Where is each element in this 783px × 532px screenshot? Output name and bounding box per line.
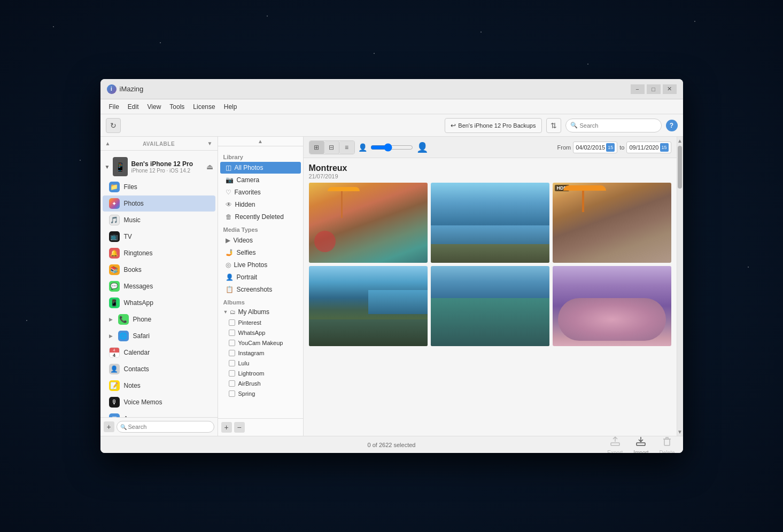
photo-nav-all-photos[interactable]: ◫ All Photos: [220, 162, 301, 174]
photo-nav-portrait[interactable]: 👤 Portrait: [220, 271, 301, 283]
photo-1[interactable]: [309, 183, 428, 263]
date-to-input[interactable]: 09/11/2020 15: [626, 142, 671, 153]
bottom-actions: Export Import Delete: [607, 436, 675, 453]
sidebar-search[interactable]: 🔍: [117, 421, 214, 433]
lightroom-checkbox[interactable]: [229, 370, 235, 377]
sidebar-scroll-down[interactable]: ▼: [207, 140, 213, 147]
photo-nav-videos[interactable]: ▶ Videos: [220, 234, 301, 246]
export-button[interactable]: Export: [607, 434, 623, 453]
photo-5[interactable]: [431, 266, 549, 346]
spring-checkbox[interactable]: [229, 390, 235, 397]
toolbar-search[interactable]: 🔍: [565, 119, 662, 132]
photo-3[interactable]: HDR: [553, 183, 671, 263]
sidebar-item-safari[interactable]: ▶ 🌐 Safari: [103, 328, 215, 344]
grid-view-button[interactable]: ⊞: [309, 141, 324, 154]
person-large-icon: 👤: [416, 142, 428, 153]
menu-view[interactable]: View: [143, 102, 166, 112]
date-from-input[interactable]: 04/02/2015 15: [573, 142, 617, 153]
sidebar-item-calendar[interactable]: 4 4 Calendar: [103, 345, 215, 361]
add-device-button[interactable]: +: [104, 421, 114, 432]
events-view-button[interactable]: ⊟: [324, 141, 339, 154]
photo-nav-live-photos[interactable]: ◎ Live Photos: [220, 259, 301, 271]
instagram-checkbox[interactable]: [229, 350, 235, 356]
import-button[interactable]: Import: [633, 434, 648, 453]
album-pinterest[interactable]: Pinterest: [220, 318, 301, 327]
scroll-thumb[interactable]: [678, 146, 682, 189]
search-icon: 🔍: [570, 122, 578, 129]
sidebar-header: ▲ AVAILABLE ▼: [100, 137, 218, 151]
zoom-range[interactable]: [370, 143, 413, 152]
photo-scrollbar[interactable]: ▲ ▼: [677, 137, 683, 436]
menu-license[interactable]: License: [189, 102, 219, 112]
sidebar-item-ringtones[interactable]: 🔔 Ringtones: [103, 245, 215, 261]
refresh-button[interactable]: ↻: [106, 118, 121, 133]
sidebar-item-books[interactable]: 📚 Books: [103, 262, 215, 278]
sidebar-item-voice-memos[interactable]: 🎙 Voice Memos: [103, 394, 215, 410]
minimize-button[interactable]: −: [631, 84, 645, 94]
lulu-checkbox[interactable]: [229, 360, 235, 366]
sidebar-item-notes[interactable]: 📝 Notes: [103, 378, 215, 394]
view-btn-group: ⊞ ⊟ ≡: [309, 140, 355, 154]
pinterest-checkbox[interactable]: [229, 319, 235, 326]
scroll-up-arrow[interactable]: ▲: [677, 138, 683, 144]
whatsapp-album-checkbox[interactable]: [229, 330, 235, 336]
sidebar-item-whatsapp[interactable]: 📱 WhatsApp: [103, 295, 215, 311]
album-spring[interactable]: Spring: [220, 389, 301, 398]
photo-nav-favorites[interactable]: ♡ Favorites: [220, 186, 301, 198]
photo-6[interactable]: [553, 266, 671, 346]
photo-2[interactable]: [431, 183, 549, 263]
maximize-button[interactable]: □: [647, 84, 661, 94]
sidebar-item-phone[interactable]: ▶ 📞 Phone: [103, 311, 215, 327]
photo-grid: Montreux 21/07/2019: [304, 158, 677, 436]
album-youcam[interactable]: YouCam Makeup: [220, 338, 301, 348]
help-button[interactable]: ?: [666, 120, 678, 131]
my-albums-item[interactable]: ▼ 🗂 My Albums: [218, 307, 303, 317]
sidebar-search-input[interactable]: [128, 424, 211, 430]
album-airbrush[interactable]: AirBrush: [220, 379, 301, 388]
menu-tools[interactable]: Tools: [165, 102, 189, 112]
spring-label: Spring: [238, 390, 255, 397]
add-album-button[interactable]: +: [221, 422, 232, 433]
eject-button[interactable]: ⏏: [206, 162, 213, 171]
youcam-checkbox[interactable]: [229, 340, 235, 346]
menu-edit[interactable]: Edit: [123, 102, 143, 112]
remove-album-button[interactable]: −: [234, 422, 245, 433]
photo-nav-up[interactable]: ▲: [257, 138, 263, 145]
sidebar-item-apps[interactable]: ⊞ Apps: [103, 411, 215, 417]
sidebar-scroll-up[interactable]: ▲: [105, 140, 111, 147]
date-from-calendar[interactable]: 15: [606, 143, 615, 152]
album-instagram[interactable]: Instagram: [220, 348, 301, 358]
backup-button[interactable]: ↩ Ben's iPhone 12 Pro Backups: [445, 118, 541, 133]
photo-nav-selfies[interactable]: 🤳 Selfies: [220, 247, 301, 259]
date-to-calendar[interactable]: 15: [660, 143, 669, 152]
sidebar-item-photos[interactable]: ✦ Photos: [103, 195, 215, 212]
photo-nav-camera[interactable]: 📷 Camera: [220, 174, 301, 186]
sidebar-item-files[interactable]: 📁 Files: [103, 179, 215, 195]
scroll-down-arrow[interactable]: ▼: [677, 429, 683, 435]
menu-help[interactable]: Help: [220, 102, 242, 112]
device-icon: 📱: [113, 157, 128, 176]
list-view-button[interactable]: ≡: [339, 141, 354, 154]
photo-4[interactable]: [309, 266, 428, 346]
album-lightroom[interactable]: Lightroom: [220, 369, 301, 378]
backup-label: Ben's iPhone 12 Pro Backups: [458, 122, 536, 129]
lightroom-label: Lightroom: [238, 370, 265, 377]
sidebar-item-music[interactable]: 🎵 Music: [103, 212, 215, 228]
device-item[interactable]: ▼ 📱 Ben's iPhone 12 Pro iPhone 12 Pro · …: [100, 155, 218, 178]
close-button[interactable]: ✕: [663, 84, 677, 94]
photo-nav-hidden[interactable]: 👁 Hidden: [220, 199, 301, 210]
transfer-button[interactable]: ⇅: [546, 118, 561, 133]
photo-nav-screenshots[interactable]: 📋 Screenshots: [220, 284, 301, 295]
airbrush-checkbox[interactable]: [229, 380, 235, 387]
sidebar-item-tv[interactable]: 📺 TV: [103, 229, 215, 245]
menu-file[interactable]: File: [105, 102, 123, 112]
photo-nav-recently-deleted[interactable]: 🗑 Recently Deleted: [220, 211, 301, 223]
album-lulu[interactable]: Lulu: [220, 358, 301, 368]
size-slider[interactable]: [370, 142, 413, 153]
svg-rect-0: [611, 443, 619, 445]
sidebar-item-messages[interactable]: 💬 Messages: [103, 278, 215, 294]
toolbar-search-input[interactable]: [580, 122, 657, 129]
delete-button[interactable]: Delete: [660, 434, 675, 453]
sidebar-item-contacts[interactable]: 👤 Contacts: [103, 361, 215, 377]
album-whatsapp[interactable]: WhatsApp: [220, 328, 301, 338]
